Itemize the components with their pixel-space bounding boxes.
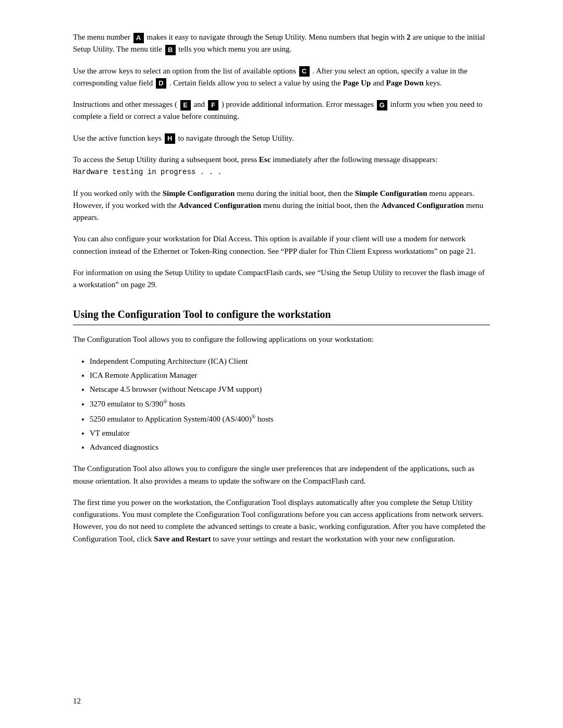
- paragraph-8: For information on using the Setup Utili…: [73, 267, 490, 291]
- list-item: 3270 emulator to S/390® hosts: [90, 398, 490, 410]
- bullet-list: Independent Computing Architecture (ICA)…: [90, 355, 490, 454]
- p2-text-c: . Certain fields allow you to select a v…: [169, 79, 442, 87]
- paragraph-4: Use the active function keys H to naviga…: [73, 132, 490, 144]
- page: The menu number A makes it easy to navig…: [0, 0, 563, 728]
- badge-h: H: [165, 133, 175, 144]
- section-heading: Using the Configuration Tool to configur…: [73, 306, 490, 325]
- section-p3-text: The first time you power on the workstat…: [73, 498, 485, 543]
- badge-c: C: [299, 66, 310, 77]
- section-heading-text: Using the Configuration Tool to configur…: [73, 309, 331, 320]
- paragraph-6: If you worked only with the Simple Confi…: [73, 188, 490, 224]
- badge-a: A: [133, 33, 144, 43]
- page-number: 12: [73, 695, 81, 707]
- section-paragraph-2: The Configuration Tool also allows you t…: [73, 463, 490, 487]
- p2-text-a: Use the arrow keys to select an option f…: [73, 67, 298, 75]
- list-item-text: 3270 emulator to S/390® hosts: [90, 400, 185, 408]
- list-item: ICA Remote Application Manager: [90, 369, 490, 381]
- list-item-text: Independent Computing Architecture (ICA)…: [90, 357, 248, 365]
- list-item-text: Netscape 4.5 browser (without Netscape J…: [90, 385, 262, 393]
- p1-text-c: tells you which menu you are using.: [178, 45, 291, 53]
- paragraph-3: Instructions and other messages ( E and …: [73, 98, 490, 123]
- list-item-text: Advanced diagnostics: [90, 443, 158, 451]
- badge-d: D: [156, 78, 166, 89]
- p6-text: If you worked only with the Simple Confi…: [73, 189, 483, 222]
- list-item: Independent Computing Architecture (ICA)…: [90, 355, 490, 367]
- badge-b: B: [165, 45, 176, 55]
- list-item-text: 5250 emulator to Application System/400 …: [90, 415, 274, 423]
- badge-e: E: [180, 100, 191, 110]
- section-paragraph-1: The Configuration Tool allows you to con…: [73, 334, 490, 346]
- p8-text: For information on using the Setup Utili…: [73, 268, 485, 289]
- p5-text-a: To access the Setup Utility during a sub…: [73, 155, 437, 164]
- p3-text-a: Instructions and other messages (: [73, 100, 179, 108]
- section-p1-text: The Configuration Tool allows you to con…: [73, 335, 374, 343]
- section-paragraph-3: The first time you power on the workstat…: [73, 497, 490, 545]
- p3-text-c: ) provide additional information. Error …: [222, 100, 376, 108]
- p4-text-b: to navigate through the Setup Utility.: [178, 134, 293, 142]
- p1-text-a: The menu number: [73, 33, 130, 41]
- p3-text-b: and: [193, 100, 206, 108]
- badge-f: F: [208, 100, 218, 110]
- p5-code: Hardware testing in progress . . .: [73, 168, 222, 176]
- p4-text-a: Use the active function keys: [73, 134, 164, 142]
- paragraph-2: Use the arrow keys to select an option f…: [73, 65, 490, 90]
- paragraph-1: The menu number A makes it easy to navig…: [73, 31, 490, 56]
- page-number-text: 12: [73, 697, 81, 705]
- list-item: VT emulator: [90, 427, 490, 439]
- list-item: Netscape 4.5 browser (without Netscape J…: [90, 384, 490, 396]
- list-item-text: VT emulator: [90, 429, 130, 437]
- p7-text: You can also configure your workstation …: [73, 235, 476, 255]
- section-p2-text: The Configuration Tool also allows you t…: [73, 464, 474, 485]
- badge-g: G: [377, 100, 387, 110]
- paragraph-5: To access the Setup Utility during a sub…: [73, 154, 490, 178]
- paragraph-7: You can also configure your workstation …: [73, 233, 490, 257]
- list-item-text: ICA Remote Application Manager: [90, 371, 197, 379]
- list-item: Advanced diagnostics: [90, 441, 490, 453]
- list-item: 5250 emulator to Application System/400 …: [90, 413, 490, 425]
